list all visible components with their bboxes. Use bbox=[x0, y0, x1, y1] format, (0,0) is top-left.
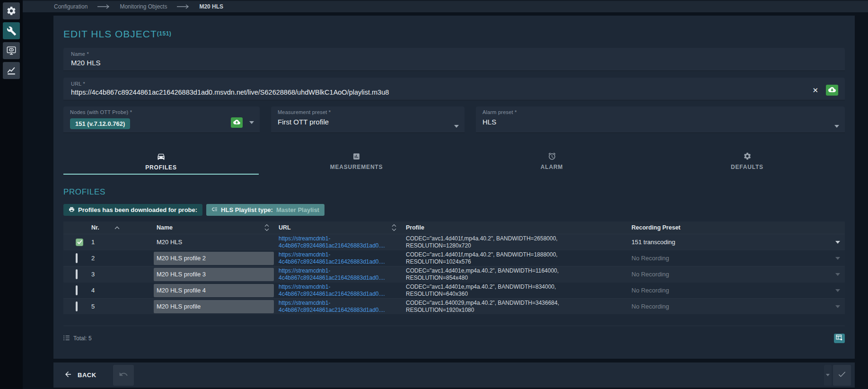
profile-codec-info: CODEC="avc1.4d401e,mp4a.40.2", BANDWIDTH… bbox=[406, 267, 631, 282]
action-bar: BACK bbox=[53, 362, 855, 388]
recording-dropdown-caret[interactable] bbox=[835, 257, 840, 260]
name-field[interactable]: Name * M20 HLS bbox=[63, 48, 845, 71]
tab-alarm[interactable]: ALARM bbox=[454, 148, 649, 175]
profile-codec-info: CODEC="avc1.4d401f,mp4a.40.2", BANDWIDTH… bbox=[406, 235, 631, 249]
column-header-name[interactable]: Name bbox=[154, 224, 279, 231]
profile-url-link[interactable]: https://streamcdnb1- 4c4b867c89244861ac2… bbox=[279, 300, 406, 313]
breadcrumb: Configuration Monitoring Objects M20 HLS bbox=[54, 3, 223, 10]
measurement-preset-value: First OTT profile bbox=[278, 118, 458, 126]
profile-name-input[interactable]: M20 HLS profile 2 bbox=[154, 252, 274, 265]
tab-profiles[interactable]: PROFILES bbox=[63, 148, 259, 175]
nodes-cloud-download-button[interactable] bbox=[231, 117, 243, 128]
row-checkbox[interactable] bbox=[76, 269, 78, 279]
recording-dropdown-caret[interactable] bbox=[835, 289, 840, 292]
alarm-dropdown-caret[interactable] bbox=[834, 125, 839, 128]
alarm-preset-value: HLS bbox=[482, 118, 838, 126]
column-header-nr[interactable]: Nr. bbox=[84, 224, 154, 231]
tab-measurements[interactable]: MEASUREMENTS bbox=[259, 148, 454, 175]
column-header-recording: Recording Preset bbox=[631, 224, 845, 231]
profile-url-link[interactable]: https://streamcdnb1- 4c4b867c89244861ac2… bbox=[279, 235, 406, 249]
page-title: EDIT HLS OBJECT(151) bbox=[63, 16, 845, 40]
profile-name-input[interactable]: M20 HLS profile 4 bbox=[154, 284, 274, 297]
bar-chart-icon bbox=[352, 152, 360, 160]
clear-url-icon[interactable]: ✕ bbox=[812, 87, 818, 94]
row-checkbox[interactable] bbox=[76, 285, 78, 295]
alarm-preset-label: Alarm preset * bbox=[482, 109, 838, 115]
table-settings-icon bbox=[836, 334, 843, 343]
undo-button[interactable] bbox=[113, 365, 134, 386]
cloud-download-icon bbox=[233, 118, 240, 127]
car-icon bbox=[157, 152, 166, 161]
measurement-dropdown-caret[interactable] bbox=[454, 125, 459, 128]
breadcrumb-current: M20 HLS bbox=[199, 3, 223, 10]
profile-name-input[interactable]: M20 HLS profile 3 bbox=[154, 268, 274, 281]
gear-icon bbox=[6, 6, 17, 16]
recording-dropdown-caret[interactable] bbox=[835, 273, 840, 276]
save-button[interactable] bbox=[833, 365, 851, 386]
sidebar-settings-button[interactable] bbox=[3, 2, 20, 19]
back-button[interactable]: BACK bbox=[64, 370, 96, 380]
wrench-icon bbox=[7, 26, 17, 36]
recording-preset-select[interactable]: No Recording bbox=[631, 303, 845, 310]
profile-name-input[interactable]: M20 HLS profile bbox=[154, 300, 274, 313]
row-checkbox-checked[interactable] bbox=[76, 239, 83, 246]
row-checkbox[interactable] bbox=[76, 301, 78, 311]
recording-preset-select[interactable]: 151 transcoding bbox=[631, 239, 845, 246]
url-field-value[interactable]: https://4c4b867c89244861ac216426883d1ad0… bbox=[71, 88, 837, 96]
sidebar-configuration-button[interactable] bbox=[3, 22, 20, 39]
url-field[interactable]: URL * https://4c4b867c89244861ac21642688… bbox=[63, 78, 845, 100]
arrow-left-icon bbox=[64, 370, 72, 380]
recording-preset-select[interactable]: No Recording bbox=[631, 287, 845, 294]
profile-url-link[interactable]: https://streamcdnb1- 4c4b867c89244861ac2… bbox=[279, 251, 406, 265]
tab-defaults[interactable]: DEFAULTS bbox=[649, 148, 845, 175]
app-sidebar bbox=[0, 0, 23, 389]
save-options-button[interactable] bbox=[824, 365, 832, 386]
table-row: 1 M20 HLS https://streamcdnb1- 4c4b867c8… bbox=[63, 234, 845, 250]
url-cloud-download-button[interactable] bbox=[826, 85, 838, 96]
profiles-section-title: PROFILES bbox=[63, 187, 845, 197]
sidebar-monitoring-button[interactable] bbox=[3, 42, 20, 59]
recording-preset-select[interactable]: No Recording bbox=[631, 255, 845, 262]
node-chip[interactable]: 151 (v.7.12.0.762) bbox=[70, 118, 130, 129]
sort-icon bbox=[392, 224, 396, 231]
playlist-type-badge: HLS Playlist type: Master Playlist bbox=[206, 204, 324, 216]
table-row: 5 M20 HLS profile https://streamcdnb1- 4… bbox=[63, 298, 845, 314]
profile-name[interactable]: M20 HLS bbox=[154, 239, 279, 246]
column-header-url[interactable]: URL bbox=[279, 224, 406, 231]
recording-preset-select[interactable]: No Recording bbox=[631, 271, 845, 278]
edit-hls-panel: EDIT HLS OBJECT(151) Name * M20 HLS URL … bbox=[53, 16, 855, 359]
measurement-preset-select[interactable]: Measurement preset * First OTT profile bbox=[271, 106, 465, 133]
breadcrumb-monitoring-objects[interactable]: Monitoring Objects bbox=[120, 3, 167, 10]
table-row: 2 M20 HLS profile 2 https://streamcdnb1-… bbox=[63, 250, 845, 266]
name-field-value[interactable]: M20 HLS bbox=[71, 59, 837, 67]
table-row: 3 M20 HLS profile 3 https://streamcdnb1-… bbox=[63, 266, 845, 282]
profile-url-link[interactable]: https://streamcdnb1- 4c4b867c89244861ac2… bbox=[279, 283, 406, 297]
nodes-dropdown-caret[interactable] bbox=[249, 121, 254, 124]
alarm-clock-icon bbox=[548, 152, 556, 160]
name-field-label: Name * bbox=[71, 51, 837, 57]
profile-url-link[interactable]: https://streamcdnb1- 4c4b867c89244861ac2… bbox=[279, 267, 406, 281]
tab-bar: PROFILES MEASUREMENTS ALARM DEFAULTS bbox=[63, 148, 845, 175]
recording-dropdown-caret[interactable] bbox=[835, 305, 840, 308]
profile-codec-info: CODEC="avc1.640029,mp4a.40.2", BANDWIDTH… bbox=[406, 300, 631, 314]
nodes-select[interactable]: Nodes (with OTT Probe) * 151 (v.7.12.0.7… bbox=[63, 106, 260, 133]
table-settings-button[interactable] bbox=[834, 334, 845, 343]
monitor-eye-icon bbox=[6, 45, 17, 56]
table-header-row: Nr. Name URL Profile Recording Preset bbox=[63, 221, 845, 234]
playlist-icon bbox=[211, 206, 218, 214]
breadcrumb-arrow-icon bbox=[97, 4, 110, 9]
breadcrumb-configuration[interactable]: Configuration bbox=[54, 3, 88, 10]
alarm-preset-select[interactable]: Alarm preset * HLS bbox=[476, 106, 845, 133]
cloud-download-icon bbox=[828, 86, 836, 95]
profiles-table: Nr. Name URL Profile Recording Preset bbox=[63, 221, 845, 314]
column-header-profile: Profile bbox=[406, 224, 631, 231]
profile-codec-info: CODEC="avc1.4d401e,mp4a.40.2", BANDWIDTH… bbox=[406, 283, 631, 298]
url-field-label: URL * bbox=[71, 81, 837, 87]
table-total: Total: 5 bbox=[63, 335, 92, 342]
probe-device-icon bbox=[69, 206, 75, 214]
sidebar-analytics-button[interactable] bbox=[3, 62, 20, 79]
list-icon bbox=[63, 335, 70, 342]
recording-dropdown-caret[interactable] bbox=[835, 241, 840, 244]
row-checkbox[interactable] bbox=[76, 253, 78, 263]
profiles-downloaded-badge: Profiles has been downloaded for probe: bbox=[63, 204, 202, 216]
